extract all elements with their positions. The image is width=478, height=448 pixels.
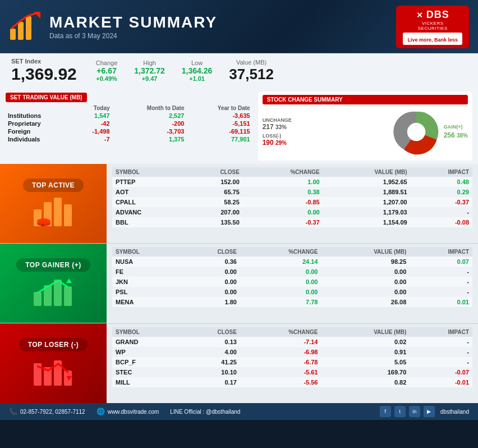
stock-impact: -	[410, 287, 472, 297]
dbs-tagline-text: Live more, Bank less	[407, 37, 458, 43]
globe-icon: 🌐	[96, 408, 105, 415]
stock-impact: -	[410, 337, 472, 347]
stock-change-title: STOCK CHANGE SUMMARY	[263, 95, 468, 104]
sidebar-top-gainer: TOP GAINER (+)	[0, 244, 107, 323]
main-content: TOP ACTIVE TOP GAINER (+)	[0, 164, 478, 403]
stock-value: 0.00	[321, 267, 410, 277]
stock-impact: -0.07	[410, 367, 472, 377]
stock-value: 1,207.00	[323, 197, 411, 207]
top-gainer-badge: TOP GAINER (+)	[16, 258, 90, 272]
value-block: Value (MB) 37,512	[229, 59, 274, 83]
tg-col-value: VALUE (MB)	[321, 247, 410, 257]
trading-section: SET TRADING VALUE (MB) Today Month to Da…	[0, 88, 478, 164]
stock-symbol: WP	[112, 347, 181, 357]
loss-label: LOSS(-)	[263, 133, 282, 139]
stock-pct: -0.37	[243, 217, 323, 227]
table-row: BCP_F 41.25 -6.78 5.05 -	[112, 357, 472, 367]
table-row: NUSA 0.36 24.14 98.25 0.07	[112, 257, 472, 267]
footer: 📞 02-857-7922, 02857-7112 🌐 www.dbsvitra…	[0, 403, 478, 420]
stock-symbol: ADVANC	[112, 207, 185, 217]
stock-pct: -7.14	[240, 337, 321, 347]
svg-rect-15	[64, 286, 72, 306]
ta-col-symbol: SYMBOL	[112, 167, 185, 177]
svg-rect-9	[64, 204, 72, 226]
trading-label: Proprietary	[6, 120, 73, 127]
trading-col-today: Today	[73, 104, 112, 112]
trading-mtd: 1,375	[112, 135, 187, 143]
trading-col-label	[6, 104, 73, 112]
footer-website-text: www.dbsvitrade.com	[108, 409, 159, 415]
unchange-label: UNCHANGE	[263, 117, 292, 123]
facebook-icon[interactable]: f	[380, 406, 391, 417]
stock-value: 169.70	[321, 367, 410, 377]
high-block: High 1,372.72 +9.47	[134, 60, 165, 82]
instagram-icon[interactable]: in	[409, 406, 420, 417]
stock-pct: 0.38	[243, 187, 323, 197]
dbs-x-icon: ✕	[416, 11, 423, 20]
stock-close: 1.80	[181, 297, 240, 307]
stock-pct: 0.00	[240, 287, 321, 297]
top-gainer-icon	[33, 275, 75, 309]
top-loser-table-section: SYMBOL CLOSE %CHANGE VALUE (MB) IMPACT G…	[107, 324, 478, 403]
table-row: BBL 135.50 -0.37 1,154.09 -0.08	[112, 217, 472, 227]
trading-today: -1,498	[73, 127, 112, 135]
tl-col-pct: %CHANGE	[240, 327, 321, 337]
set-index-block: SET Index 1,369.92	[11, 58, 77, 84]
stock-symbol: BBL	[112, 217, 185, 227]
ta-col-pct: %CHANGE	[243, 167, 323, 177]
stock-value: 1,179.03	[323, 207, 411, 217]
stock-close: 0.13	[181, 337, 240, 347]
trading-ytd: -69,115	[186, 127, 252, 135]
stock-close: 0.17	[181, 377, 240, 387]
stock-close: 0.00	[181, 267, 240, 277]
stock-symbol: NUSA	[112, 257, 181, 267]
stock-symbol: AOT	[112, 187, 185, 197]
low-block: Low 1,364.26 +1.01	[182, 60, 213, 82]
tg-col-impact: IMPACT	[410, 247, 472, 257]
table-row: MILL 0.17 -5.56 0.82 -0.01	[112, 377, 472, 387]
stock-pct: -5.56	[240, 377, 321, 387]
trading-mtd: -3,703	[112, 127, 187, 135]
youtube-icon[interactable]: ▶	[424, 406, 435, 417]
set-index-value: 1,369.92	[11, 65, 77, 84]
table-row: MENA 1.80 7.78 26.08 0.01	[112, 297, 472, 307]
stock-close: 0.00	[181, 287, 240, 297]
trading-label: Individuals	[6, 135, 73, 143]
trading-today: -7	[73, 135, 112, 143]
phone-icon: 📞	[9, 408, 17, 415]
header-left: MARKET SUMMARY Data as of 3 May 2024	[9, 12, 217, 43]
svg-point-5	[407, 123, 425, 141]
stock-symbol: GRAND	[112, 337, 181, 347]
page-wrapper: MARKET SUMMARY Data as of 3 May 2024 ✕ D…	[0, 0, 478, 448]
table-row: STEC 10.10 -5.61 169.70 -0.07	[112, 367, 472, 377]
table-row: ADVANC 207.00 0.00 1,179.03 -	[112, 207, 472, 217]
table-row: WP 4.00 -6.98 0.91 -	[112, 347, 472, 357]
value-label: Value (MB)	[236, 59, 266, 66]
ta-col-close: CLOSE	[185, 167, 243, 177]
footer-website[interactable]: 🌐 www.dbsvitrade.com	[96, 408, 159, 415]
table-row: AOT 65.75 0.38 1,889.51 0.29	[112, 187, 472, 197]
pie-chart	[391, 107, 442, 157]
stock-impact: 0.01	[410, 297, 472, 307]
stock-impact: 0.29	[411, 187, 472, 197]
top-active-badge: TOP ACTIVE	[23, 179, 84, 192]
stock-impact: -0.37	[411, 197, 472, 207]
svg-rect-8	[54, 198, 62, 226]
set-index-label: SET Index	[11, 58, 41, 65]
twitter-icon[interactable]: t	[394, 406, 406, 417]
stock-pct: -5.61	[240, 367, 321, 377]
header: MARKET SUMMARY Data as of 3 May 2024 ✕ D…	[0, 0, 478, 53]
svg-rect-0	[10, 29, 16, 40]
svg-rect-1	[18, 22, 24, 40]
stock-close: 152.00	[185, 177, 243, 187]
trading-title: SET TRADING VALUE (MB)	[6, 93, 87, 102]
stock-pct: 7.78	[240, 297, 321, 307]
gain-label: GAIN(+)	[444, 124, 468, 130]
stock-symbol: JKN	[112, 277, 181, 287]
trading-ytd: 77,901	[186, 135, 252, 143]
sidebar-top-loser: TOP LOSER (-)	[0, 323, 107, 403]
dbs-tagline: Live more, Bank less	[403, 33, 462, 45]
svg-rect-12	[34, 292, 42, 306]
dbs-securities: SECURITIES	[418, 26, 448, 31]
header-title-block: MARKET SUMMARY Data as of 3 May 2024	[49, 14, 217, 40]
